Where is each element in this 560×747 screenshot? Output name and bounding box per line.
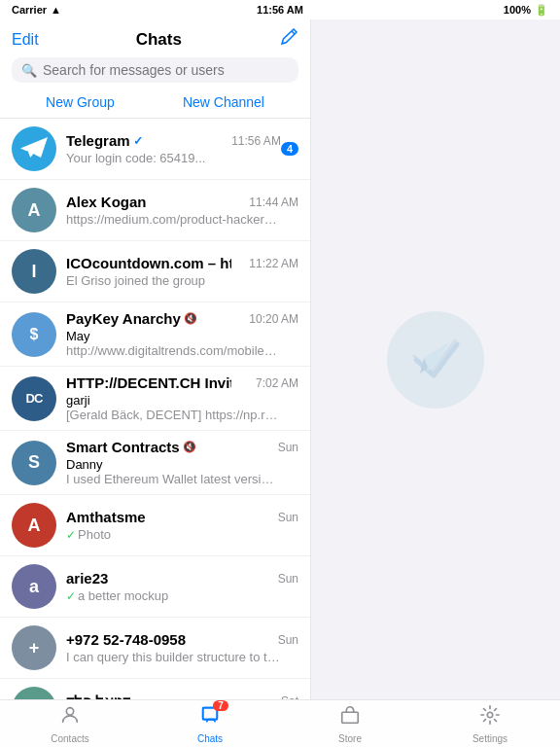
chat-sender: Danny [66,457,103,472]
chat-content: +972 52-748-0958 Sun I can query this bu… [66,631,298,664]
carrier-label: Carrier [12,4,47,16]
chat-panel: Edit Chats 🔍 New Group New Channel [0,19,311,699]
search-input[interactable] [43,62,289,78]
chat-preview: ✓Photo [66,527,111,542]
chat-content: דניאל פלד Sat I will check them out [66,693,298,700]
store-icon [339,704,361,731]
chat-name: arie23 [66,570,108,587]
unread-badge: 4 [281,142,298,156]
avatar: $ [12,312,56,357]
tab-label-contacts: Contacts [51,733,88,744]
chat-time: Sun [278,572,298,586]
tab-store[interactable]: Store [280,704,420,744]
chat-item[interactable]: DC HTTP://DECENT.CH Invite...🔇 7:02 AM g… [0,367,310,431]
compose-button[interactable] [279,27,298,52]
chat-time: 10:20 AM [249,312,298,326]
chat-content: HTTP://DECENT.CH Invite...🔇 7:02 AM garj… [66,374,298,422]
avatar: S [12,441,56,485]
avatar [12,126,56,171]
battery-icon: 🔋 [535,4,548,17]
chat-content: Smart Contracts🔇 Sun Danny I used Ethere… [66,439,298,486]
chat-item[interactable]: A Amthatsme Sun ✓Photo [0,495,310,556]
mute-icon: 🔇 [184,312,197,325]
right-panel [311,19,560,699]
tab-icon-wrap [59,704,81,731]
checkmark-icon: ✓ [66,589,76,603]
chat-content: Telegram✓ 11:56 AM Your login code: 6541… [66,132,281,165]
contacts-icon [59,704,81,731]
tab-icon-wrap [479,704,501,731]
tab-label-chats: Chats [197,733,223,744]
svg-rect-2 [342,712,359,723]
tab-chats[interactable]: 7 Chats [140,704,280,744]
chat-sender: May [66,329,90,343]
chat-content: Alex Kogan 11:44 AM https://medium.com/p… [66,194,298,227]
chat-time: Sun [278,633,298,647]
avatar: + [12,625,56,670]
avatar: I [12,249,56,294]
time-label: 11:56 AM [257,4,303,16]
chat-name: Alex Kogan [66,194,147,210]
avatar: ד [12,687,56,699]
new-group-button[interactable]: New Group [46,94,115,110]
chat-preview: Your login code: 65419... [66,151,205,165]
chat-item[interactable]: I ICOcountdown.com – htt... 11:22 AM El … [0,241,310,302]
avatar: A [12,503,56,548]
search-bar: 🔍 [12,57,298,83]
chat-actions: New Group New Channel [12,90,298,118]
chat-preview: ✓a better mockup [66,588,168,603]
chat-preview: I used Ethereum Wallet latest version, n… [66,472,280,486]
chat-item[interactable]: a arie23 Sun ✓a better mockup [0,556,310,618]
chat-time: 11:44 AM [249,196,298,209]
chat-content: Amthatsme Sun ✓Photo [66,509,298,542]
chat-header: Edit Chats 🔍 New Group New Channel [0,19,310,119]
chat-time: Sun [278,441,298,454]
chat-time: 7:02 AM [256,376,298,390]
chat-preview: http://www.digitaltrends.com/mobile/appl… [66,343,280,358]
chat-name: Amthatsme [66,509,146,525]
chat-list: Telegram✓ 11:56 AM Your login code: 6541… [0,119,310,699]
chat-time: 11:56 AM [231,134,281,148]
chat-name: HTTP://DECENT.CH Invite...🔇 [66,374,231,391]
avatar: A [12,188,56,232]
chat-item[interactable]: S Smart Contracts🔇 Sun Danny I used Ethe… [0,431,310,495]
settings-icon [479,704,501,731]
avatar: DC [12,376,56,421]
chat-name: Telegram✓ [66,132,143,149]
tab-settings[interactable]: Settings [420,704,560,744]
chat-content: PayKey Anarchy🔇 10:20 AM May http://www.… [66,310,298,358]
avatar: a [12,564,56,609]
chat-sender: garji [66,393,90,408]
chat-item[interactable]: Telegram✓ 11:56 AM Your login code: 6541… [0,119,310,180]
tab-label-settings: Settings [472,733,508,744]
tab-icon-wrap: 7 [199,704,221,731]
verified-icon: ✓ [133,134,143,148]
battery-label: 100% [504,4,531,16]
chat-preview: [Gerald Bäck, DECENT] https://np.reddit.… [66,408,280,422]
telegram-watermark [387,311,484,409]
chat-item[interactable]: + +972 52-748-0958 Sun I can query this … [0,618,310,679]
svg-point-3 [487,712,493,718]
tab-bar: Contacts 7 Chats Store Settings [0,699,560,747]
tab-icon-wrap [339,704,361,731]
chat-item[interactable]: $ PayKey Anarchy🔇 10:20 AM May http://ww… [0,302,310,367]
header-title: Chats [136,30,182,50]
chat-content: ICOcountdown.com – htt... 11:22 AM El Gr… [66,255,298,288]
chat-preview: https://medium.com/product-hackers/ultim… [66,212,280,227]
new-channel-button[interactable]: New Channel [183,94,264,110]
search-icon: 🔍 [21,63,37,78]
chat-content: arie23 Sun ✓a better mockup [66,570,298,603]
chat-item[interactable]: A Alex Kogan 11:44 AM https://medium.com… [0,180,310,241]
tab-contacts[interactable]: Contacts [0,704,140,744]
edit-button[interactable]: Edit [12,31,39,49]
svg-point-0 [66,707,73,714]
chat-name: +972 52-748-0958 [66,631,186,648]
chat-name: ICOcountdown.com – htt... [66,255,231,271]
checkmark-icon: ✓ [66,528,76,542]
chat-item[interactable]: ד דניאל פלד Sat I will check them out [0,679,310,699]
tab-badge: 7 [213,700,228,711]
chat-preview: El Griso joined the group [66,273,205,288]
chat-name: PayKey Anarchy🔇 [66,310,197,327]
chat-preview: I can query this builder structure to te… [66,650,280,664]
chat-name: דניאל פלד [66,693,130,700]
